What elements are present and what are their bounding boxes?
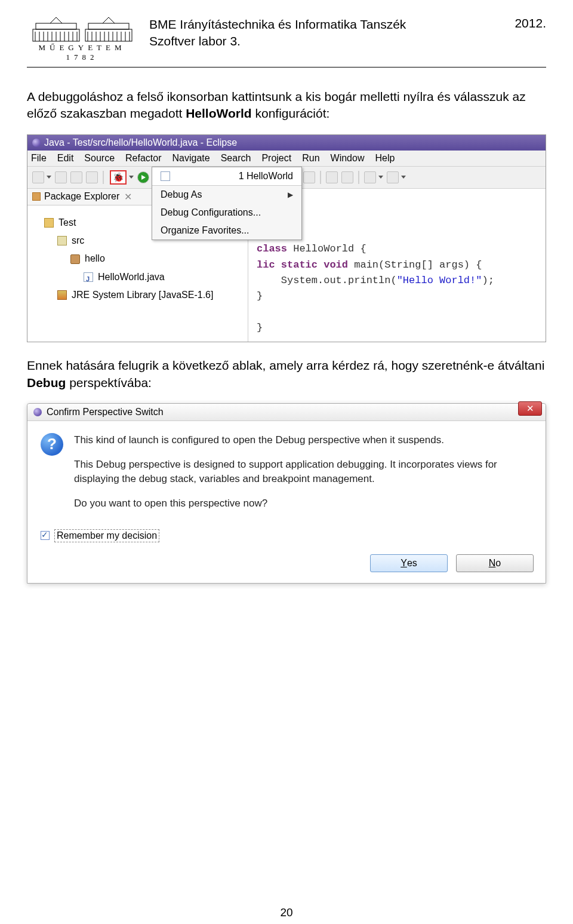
menu-file[interactable]: File (31, 153, 47, 164)
popup-item-helloworld[interactable]: 1 HelloWorld (152, 167, 301, 186)
checkbox-icon[interactable] (41, 531, 50, 540)
menu-window[interactable]: Window (331, 153, 365, 164)
menu-help[interactable]: Help (375, 153, 395, 164)
remember-checkbox-row[interactable]: Remember my decision (27, 529, 546, 551)
new-icon[interactable] (32, 171, 44, 183)
tree-file[interactable]: HelloWorld.java (44, 268, 242, 286)
paragraph-1: A debuggoláshoz a felső ikonsorban katti… (27, 88, 546, 122)
save-icon[interactable] (55, 171, 67, 183)
java-file-icon (84, 272, 93, 282)
confirm-dialog: Confirm Perspective Switch ✕ ? This kind… (27, 403, 546, 584)
separator-icon (358, 171, 359, 184)
tree-package[interactable]: hello (44, 250, 242, 268)
popup-item-debugas[interactable]: Debug As ▶ (152, 186, 301, 204)
saveall-icon[interactable] (70, 171, 82, 183)
task-icon[interactable] (303, 171, 315, 183)
university-logo: MŰEGYETEM 1782 (27, 15, 137, 62)
svg-rect-1 (36, 23, 76, 29)
dialog-p1: This kind of launch is configured to ope… (74, 433, 532, 448)
package-explorer-icon (32, 192, 41, 201)
eclipse-titlebar: Java - Test/src/hello/HelloWorld.java - … (27, 135, 546, 151)
dialog-text: This kind of launch is configured to ope… (74, 433, 532, 521)
dialog-titlebar: Confirm Perspective Switch (27, 404, 546, 421)
toggle-icon[interactable] (341, 171, 353, 183)
project-icon (44, 218, 54, 228)
nav-back-icon[interactable] (364, 171, 376, 183)
jre-library-icon (57, 290, 67, 300)
menu-run[interactable]: Run (302, 153, 319, 164)
eclipse-screenshot: Java - Test/src/hello/HelloWorld.java - … (27, 134, 546, 343)
close-icon: ✕ (526, 403, 534, 413)
popup-item-organize[interactable]: Organize Favorites... (152, 222, 301, 240)
building-left-icon (32, 15, 80, 42)
page-number: 20 (27, 906, 546, 919)
separator-icon (320, 171, 321, 184)
eclipse-icon (33, 408, 42, 416)
page-header: MŰEGYETEM 1782 BME Irányítástechnika és … (27, 15, 546, 62)
menu-project[interactable]: Project (261, 153, 291, 164)
run-icon[interactable] (137, 171, 149, 183)
yes-button[interactable]: Yes (370, 554, 448, 572)
svg-rect-14 (88, 23, 129, 29)
header-rule (27, 67, 546, 67)
src-folder-icon (57, 236, 67, 245)
menu-navigate[interactable]: Navigate (172, 153, 210, 164)
logo-caption: MŰEGYETEM 1782 (27, 43, 137, 62)
print-icon[interactable] (86, 171, 98, 183)
eclipse-title-text: Java - Test/src/hello/HelloWorld.java - … (44, 137, 237, 148)
eclipse-icon (32, 139, 41, 147)
bug-icon: 🐞 (113, 172, 124, 183)
tree-jre[interactable]: JRE System Library [JavaSE-1.6] (44, 286, 242, 304)
header-lines: BME Irányítástechnika és Informatika Tan… (149, 16, 406, 50)
no-button[interactable]: No (456, 554, 534, 572)
remember-label: Remember my decision (54, 529, 159, 542)
close-tab-icon[interactable]: ✕ (124, 191, 132, 202)
paragraph-2: Ennek hatására felugrik a következő abla… (27, 357, 546, 391)
nav-fwd-icon[interactable] (387, 171, 399, 183)
question-icon: ? (41, 433, 63, 456)
header-year: 2012. (515, 16, 546, 30)
eclipse-toolbar: 🐞 1 HelloWorld (27, 167, 546, 189)
debug-button-highlighted[interactable]: 🐞 (110, 170, 127, 185)
menu-edit[interactable]: Edit (57, 153, 74, 164)
menu-source[interactable]: Source (84, 153, 115, 164)
header-line1: BME Irányítástechnika és Informatika Tan… (149, 16, 406, 33)
debug-dropdown-popup: 1 HelloWorld Debug As ▶ Debug Configurat… (152, 167, 302, 240)
eclipse-menubar: File Edit Source Refactor Navigate Searc… (27, 151, 546, 167)
dropdown-icon[interactable] (47, 176, 51, 179)
dialog-p2: This Debug perspective is designed to su… (74, 458, 532, 487)
outline-icon[interactable] (326, 171, 338, 183)
menu-refactor[interactable]: Refactor (125, 153, 161, 164)
java-file-icon (161, 171, 170, 181)
dialog-title-text: Confirm Perspective Switch (47, 407, 164, 418)
dialog-close-button[interactable]: ✕ (518, 401, 542, 416)
dropdown-icon[interactable] (378, 176, 383, 179)
menu-search[interactable]: Search (221, 153, 251, 164)
building-right-icon (85, 15, 133, 42)
submenu-arrow-icon: ▶ (288, 191, 293, 199)
separator-icon (103, 171, 104, 184)
package-icon (70, 254, 80, 264)
dropdown-icon[interactable] (401, 176, 406, 179)
dialog-p3: Do you want to open this perspective now… (74, 496, 532, 511)
debug-dropdown-icon[interactable] (129, 176, 134, 179)
header-line2: Szoftver labor 3. (149, 33, 406, 50)
popup-item-debugconfigs[interactable]: Debug Configurations... (152, 204, 301, 222)
